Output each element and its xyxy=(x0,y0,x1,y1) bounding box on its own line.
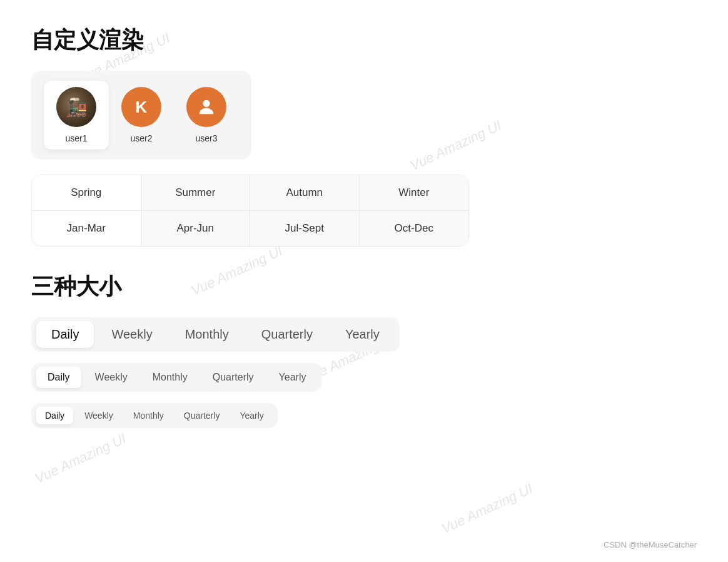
season-oct-dec[interactable]: Oct-Dec xyxy=(360,211,469,246)
user2-label: user2 xyxy=(130,133,152,143)
custom-render-section: 自定义渲染 user1 K user2 user3 S xyxy=(31,25,697,247)
user-card-1[interactable]: user1 xyxy=(44,81,109,150)
season-jan-mar[interactable]: Jan-Mar xyxy=(32,211,141,246)
tab-small-monthly[interactable]: Monthly xyxy=(124,407,173,424)
tab-medium-weekly[interactable]: Weekly xyxy=(84,367,139,388)
tab-large-quarterly[interactable]: Quarterly xyxy=(246,321,328,348)
tab-small-quarterly[interactable]: Quarterly xyxy=(175,407,229,424)
season-table: Spring Summer Autumn Winter Jan-Mar Apr-… xyxy=(31,175,469,247)
section2-title: 三种大小 xyxy=(31,272,697,302)
tab-medium-daily[interactable]: Daily xyxy=(36,367,81,388)
user-card-2[interactable]: K user2 xyxy=(109,81,174,150)
user-card-3[interactable]: user3 xyxy=(174,81,239,150)
tab-group-medium: Daily Weekly Monthly Quarterly Yearly xyxy=(31,363,322,392)
user3-label: user3 xyxy=(195,133,217,143)
user1-label: user1 xyxy=(65,133,87,143)
tab-small-weekly[interactable]: Weekly xyxy=(76,407,122,424)
user2-avatar: K xyxy=(121,87,161,127)
tab-medium-quarterly[interactable]: Quarterly xyxy=(201,367,265,388)
tab-small-daily[interactable]: Daily xyxy=(36,407,73,424)
person-icon xyxy=(196,96,217,118)
tab-medium-monthly[interactable]: Monthly xyxy=(141,367,199,388)
tab-large-daily[interactable]: Daily xyxy=(36,321,94,348)
tab-small-yearly[interactable]: Yearly xyxy=(231,407,272,424)
season-autumn-header[interactable]: Autumn xyxy=(250,175,360,211)
svg-point-0 xyxy=(203,100,210,107)
tab-medium-yearly[interactable]: Yearly xyxy=(268,367,318,388)
tab-group-large: Daily Weekly Monthly Quarterly Yearly xyxy=(31,317,400,352)
season-jul-sept[interactable]: Jul-Sept xyxy=(250,211,360,246)
season-winter-header[interactable]: Winter xyxy=(360,175,469,211)
footer-credit: CSDN @theMuseCatcher xyxy=(604,540,697,549)
tab-group-small: Daily Weekly Monthly Quarterly Yearly xyxy=(31,403,278,428)
season-spring-header[interactable]: Spring xyxy=(32,175,141,211)
user2-letter: K xyxy=(136,98,148,117)
tab-large-monthly[interactable]: Monthly xyxy=(170,321,244,348)
tab-large-yearly[interactable]: Yearly xyxy=(330,321,395,348)
user1-avatar xyxy=(56,87,96,127)
season-summer-header[interactable]: Summer xyxy=(141,175,251,211)
season-apr-jun[interactable]: Apr-Jun xyxy=(141,211,251,246)
user3-avatar xyxy=(186,87,226,127)
user-group: user1 K user2 user3 xyxy=(31,71,251,160)
three-sizes-section: 三种大小 Daily Weekly Monthly Quarterly Year… xyxy=(31,272,697,428)
section1-title: 自定义渲染 xyxy=(31,25,697,56)
tab-large-weekly[interactable]: Weekly xyxy=(96,321,167,348)
